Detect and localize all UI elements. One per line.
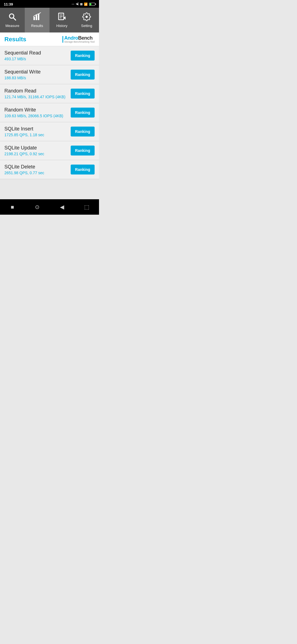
- status-time: 11:39: [4, 2, 13, 6]
- nav-back-button[interactable]: ◀: [56, 202, 67, 212]
- result-item-sequential-read: Sequential Read 493.17 MB/s Ranking: [0, 46, 99, 65]
- svg-line-5: [39, 12, 41, 13]
- status-bar: 11:39 ··· ⮘ ⊠ 📶: [0, 0, 99, 8]
- brand-separator: [62, 36, 63, 43]
- ranking-button-random-read[interactable]: Ranking: [71, 89, 95, 99]
- result-name: Random Read: [4, 88, 67, 94]
- tab-setting-label: Setting: [81, 24, 92, 28]
- result-value: 188.83 MB/s: [4, 76, 67, 80]
- result-item-sqlite-insert: SQLite Insert 1725.85 QPS, 1.18 sec Rank…: [0, 122, 99, 141]
- tab-history-label: History: [56, 24, 67, 28]
- result-value: 1725.85 QPS, 1.18 sec: [4, 133, 67, 137]
- result-info: SQLite Update 2198.21 QPS, 0.92 sec: [4, 145, 67, 156]
- ranking-button-sqlite-update[interactable]: Ranking: [71, 146, 95, 155]
- measure-icon: [8, 12, 17, 23]
- result-name: Sequential Write: [4, 69, 67, 75]
- result-name: Random Write: [4, 107, 67, 113]
- nav-stop-button[interactable]: ■: [7, 202, 18, 212]
- close-box-icon: ⊠: [80, 2, 82, 6]
- result-item-random-write: Random Write 109.63 MB/s, 28066.5 IOPS (…: [0, 103, 99, 122]
- result-name: SQLite Update: [4, 145, 67, 151]
- result-info: Random Write 109.63 MB/s, 28066.5 IOPS (…: [4, 107, 67, 118]
- svg-line-1: [13, 18, 16, 20]
- result-value: 109.63 MB/s, 28066.5 IOPS (4KB): [4, 114, 67, 118]
- tab-setting[interactable]: Setting: [74, 8, 99, 32]
- brand-wrapper: AndroBench Storage Benchmarking Tool: [62, 35, 95, 43]
- svg-rect-2: [34, 17, 35, 20]
- result-item-sqlite-delete: SQLite Delete 2651.98 QPS, 0.77 sec Rank…: [0, 160, 99, 179]
- ranking-button-sequential-write[interactable]: Ranking: [71, 70, 95, 80]
- tab-results[interactable]: Results: [25, 8, 50, 32]
- nav-bar: ■ ⊙ ◀ ⬚: [0, 199, 99, 215]
- wifi-icon: 📶: [84, 2, 88, 6]
- result-info: SQLite Delete 2651.98 QPS, 0.77 sec: [4, 164, 67, 175]
- result-item-sqlite-update: SQLite Update 2198.21 QPS, 0.92 sec Rank…: [0, 141, 99, 160]
- content-spacer: [0, 179, 99, 199]
- ranking-button-sqlite-insert[interactable]: Ranking: [71, 127, 95, 137]
- svg-rect-4: [38, 14, 39, 20]
- svg-point-11: [86, 16, 88, 18]
- page-header: Results AndroBench Storage Benchmarking …: [0, 32, 99, 46]
- ranking-button-sequential-read[interactable]: Ranking: [71, 51, 95, 61]
- brand-name-bench: Bench: [78, 35, 93, 41]
- result-value: 493.17 MB/s: [4, 57, 67, 61]
- battery-icon: [89, 3, 95, 6]
- svg-rect-3: [36, 15, 37, 20]
- history-icon: [57, 12, 66, 23]
- result-value: 2198.21 QPS, 0.92 sec: [4, 152, 67, 156]
- page-title: Results: [4, 36, 26, 43]
- tab-bar: Measure Results: [0, 8, 99, 32]
- result-value: 2651.98 QPS, 0.77 sec: [4, 171, 67, 175]
- tab-results-label: Results: [31, 24, 43, 28]
- status-icons: ··· ⮘ ⊠ 📶: [72, 2, 95, 6]
- result-name: Sequential Read: [4, 50, 67, 56]
- tab-measure-label: Measure: [6, 24, 20, 28]
- brand-subtitle: Storage Benchmarking Tool: [64, 40, 95, 43]
- result-name: SQLite Delete: [4, 164, 67, 170]
- result-info: SQLite Insert 1725.85 QPS, 1.18 sec: [4, 126, 67, 137]
- result-item-random-read: Random Read 121.74 MB/s, 31166.47 IOPS (…: [0, 84, 99, 103]
- results-list: Sequential Read 493.17 MB/s Ranking Sequ…: [0, 46, 99, 179]
- dots-icon: ···: [72, 2, 74, 6]
- result-name: SQLite Insert: [4, 126, 67, 132]
- result-info: Sequential Write 188.83 MB/s: [4, 69, 67, 80]
- brand-name-andro: Andro: [64, 35, 78, 41]
- tab-history[interactable]: History: [50, 8, 74, 32]
- setting-icon: [82, 12, 91, 23]
- nav-home-button[interactable]: ⊙: [32, 202, 43, 212]
- battery-fill: [90, 3, 91, 5]
- brand-logo: AndroBench Storage Benchmarking Tool: [64, 35, 95, 43]
- tab-measure[interactable]: Measure: [0, 8, 25, 32]
- result-info: Random Read 121.74 MB/s, 31166.47 IOPS (…: [4, 88, 67, 99]
- result-value: 121.74 MB/s, 31166.47 IOPS (4KB): [4, 95, 67, 99]
- result-info: Sequential Read 493.17 MB/s: [4, 50, 67, 61]
- results-icon: [33, 12, 42, 23]
- page-wrapper: 11:39 ··· ⮘ ⊠ 📶 Measure: [0, 0, 99, 215]
- result-item-sequential-write: Sequential Write 188.83 MB/s Ranking: [0, 65, 99, 84]
- ranking-button-sqlite-delete[interactable]: Ranking: [71, 165, 95, 174]
- nav-recent-button[interactable]: ⬚: [81, 202, 92, 212]
- ranking-button-random-write[interactable]: Ranking: [71, 108, 95, 118]
- bluetooth-icon: ⮘: [76, 2, 79, 6]
- brand-name: AndroBench: [64, 35, 93, 41]
